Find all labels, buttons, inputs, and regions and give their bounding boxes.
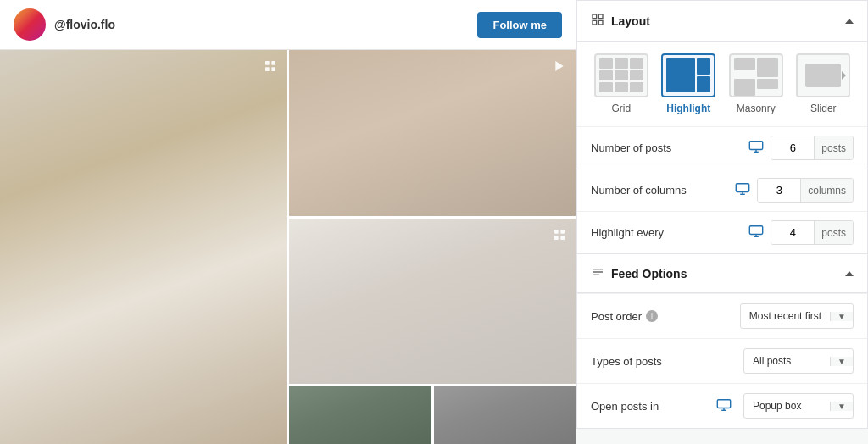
post-order-info-icon[interactable]: i <box>646 310 658 322</box>
svg-rect-2 <box>265 67 270 71</box>
open-posts-select[interactable]: Popup box ▼ <box>743 393 854 419</box>
feed-options-icon <box>591 266 604 280</box>
highlight-every-label: Highlight every <box>591 226 742 239</box>
avatar <box>14 8 46 41</box>
post-order-value: Most recent first <box>741 304 830 328</box>
highlight-thumb <box>661 53 715 97</box>
highlight-label: Highlight <box>666 103 710 114</box>
post-order-select[interactable]: Most recent first ▼ <box>740 303 854 329</box>
feed-options-title: Feed Options <box>591 266 687 280</box>
svg-rect-8 <box>560 236 565 240</box>
types-of-posts-label: Types of posts <box>591 355 737 368</box>
highlight-input[interactable] <box>771 221 814 244</box>
profile-info: @flovio.flo <box>14 8 115 41</box>
svg-rect-12 <box>598 20 603 25</box>
columns-monitor-icon[interactable] <box>735 183 750 197</box>
open-posts-monitor-icon[interactable] <box>716 399 732 413</box>
svg-rect-19 <box>750 226 763 235</box>
posts-input-group: posts <box>771 136 854 160</box>
post-bottom-right <box>434 386 576 444</box>
post-order-row: Post order i Most recent first ▼ <box>577 293 867 338</box>
post-middle-right <box>289 219 576 385</box>
post-order-label: Post order i <box>591 310 733 323</box>
layout-option-highlight[interactable]: Highlight <box>659 53 720 114</box>
svg-rect-11 <box>593 20 597 25</box>
layout-section-header[interactable]: Layout <box>577 1 867 42</box>
right-column <box>289 50 576 444</box>
layout-chevron-icon <box>845 19 854 24</box>
username: @flovio.flo <box>54 18 115 31</box>
open-posts-label: Open posts in <box>591 400 709 413</box>
number-of-posts-row: Number of posts posts <box>577 126 867 169</box>
types-of-posts-value: All posts <box>744 349 830 373</box>
slider-thumb <box>796 53 850 97</box>
open-posts-chevron-icon[interactable]: ▼ <box>830 402 853 411</box>
grid-label: Grid <box>611 103 631 114</box>
posts-label: Number of posts <box>591 142 742 154</box>
svg-rect-5 <box>554 230 559 234</box>
highlight-suffix: posts <box>814 221 853 244</box>
svg-rect-7 <box>554 236 559 240</box>
highlight-every-row: Highlight every posts <box>577 211 867 253</box>
post-type-icon <box>261 57 280 75</box>
post-order-chevron-icon[interactable]: ▼ <box>830 312 853 321</box>
layout-icon <box>591 13 604 29</box>
posts-input[interactable] <box>771 136 814 159</box>
svg-rect-1 <box>271 61 275 65</box>
open-posts-row: Open posts in Popup box ▼ <box>577 383 867 428</box>
types-of-posts-select[interactable]: All posts ▼ <box>743 348 854 374</box>
post-type-icon-2 <box>550 57 569 75</box>
svg-rect-25 <box>717 399 730 408</box>
number-of-columns-row: Number of columns columns <box>577 169 867 211</box>
posts-suffix: posts <box>814 136 853 159</box>
layout-title: Layout <box>591 13 650 29</box>
feed-options-chevron-icon <box>845 271 854 276</box>
svg-rect-0 <box>265 61 270 65</box>
follow-button[interactable]: Follow me <box>477 12 562 38</box>
highlight-monitor-icon[interactable] <box>748 225 764 240</box>
post-top-right <box>289 50 576 216</box>
post-bottom-left <box>289 386 431 444</box>
highlight-post <box>0 50 287 444</box>
layout-options: Grid Highlight Masonry <box>577 42 867 126</box>
posts-monitor-icon[interactable] <box>748 141 764 155</box>
svg-rect-9 <box>593 14 597 19</box>
layout-option-grid[interactable]: Grid <box>591 53 652 114</box>
preview-panel: @flovio.flo Follow me <box>0 0 576 444</box>
grid-thumb <box>594 53 648 97</box>
feed-options-section: Feed Options Post order i Most recent fi… <box>576 254 868 429</box>
svg-rect-16 <box>737 184 749 192</box>
open-posts-value: Popup box <box>744 394 830 418</box>
masonry-thumb <box>729 53 783 97</box>
columns-input[interactable] <box>758 179 800 202</box>
feed-options-header[interactable]: Feed Options <box>577 254 867 293</box>
svg-rect-13 <box>750 142 763 150</box>
masonry-label: Masonry <box>737 103 776 114</box>
types-of-posts-row: Types of posts All posts ▼ <box>577 338 867 383</box>
preview-header: @flovio.flo Follow me <box>0 0 576 50</box>
highlight-input-group: posts <box>771 220 854 245</box>
columns-suffix: columns <box>800 179 853 202</box>
columns-input-group: columns <box>757 178 854 203</box>
settings-panel: Layout Grid <box>576 0 868 444</box>
bottom-row <box>289 386 576 444</box>
svg-marker-4 <box>555 61 563 71</box>
types-chevron-icon[interactable]: ▼ <box>830 357 853 366</box>
layout-option-slider[interactable]: Slider <box>793 53 854 114</box>
layout-option-masonry[interactable]: Masonry <box>726 53 787 114</box>
svg-rect-10 <box>598 14 603 19</box>
post-type-icon-3 <box>550 225 569 244</box>
slider-label: Slider <box>810 103 837 114</box>
svg-rect-6 <box>560 230 565 234</box>
svg-rect-3 <box>271 67 275 71</box>
columns-label: Number of columns <box>591 184 728 197</box>
layout-section: Layout Grid <box>576 0 868 254</box>
